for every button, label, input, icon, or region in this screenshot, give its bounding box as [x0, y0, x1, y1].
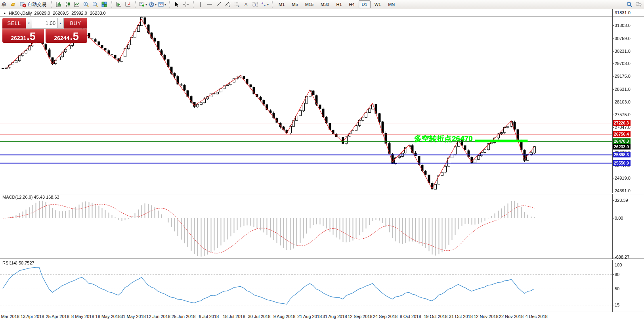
price-tick: 31831.0 — [615, 10, 631, 15]
rsi-tick: 15 — [615, 303, 619, 307]
chart-info-bar: ▲ HK50-,Daily 26029.0 26269.5 25992.0 26… — [3, 11, 106, 15]
templates-button[interactable]: ▾ — [158, 0, 166, 8]
timeframe-m15-button[interactable]: M15 — [302, 0, 317, 8]
fibonacci-button[interactable]: F — [233, 0, 241, 8]
timeframe-d1-button[interactable]: D1 — [359, 0, 371, 8]
close-value: 26233.0 — [90, 11, 106, 15]
chart-annotation-text[interactable]: 多空转折点26470 — [414, 134, 473, 144]
zoom-out-icon — [92, 1, 98, 8]
chat-icon — [635, 1, 642, 8]
time-axis-label: 31 Aug 2018 — [323, 314, 347, 319]
horizontal-line-button[interactable] — [206, 0, 214, 8]
time-axis-label: 18 Jul 2018 — [223, 314, 245, 319]
template-icon — [158, 1, 164, 8]
search-button[interactable] — [625, 0, 633, 8]
time-axis-label: 24 Sep 2018 — [373, 314, 397, 319]
price-tick: 28103.0 — [615, 100, 631, 104]
equidistant-channel-icon: E — [225, 1, 231, 8]
sell-price-box[interactable]: 26231 .5 — [2, 29, 44, 43]
sell-button-label: SELL — [8, 20, 21, 26]
time-axis-label: 12 Jun 2018 — [146, 314, 170, 319]
rsi-window-separator[interactable] — [0, 259, 644, 260]
sell-button[interactable]: SELL — [2, 18, 26, 29]
timeframe-h1-button[interactable]: H1 — [333, 0, 345, 8]
price-tick: 30231.0 — [615, 49, 631, 54]
text-label-button[interactable]: T — [251, 0, 259, 8]
chart-shift-button[interactable] — [124, 0, 132, 8]
dropdown-arrow-icon: ▾ — [164, 3, 166, 6]
gold-icon[interactable] — [9, 0, 17, 8]
price-level-badge: 25898.3 — [613, 152, 631, 157]
bar-chart-button[interactable] — [55, 0, 63, 8]
buy-price-main: 26244 — [54, 34, 69, 42]
toolbar-grip — [168, 1, 171, 8]
tile-windows-icon — [101, 1, 107, 8]
add-indicator-icon — [139, 1, 145, 8]
macd-tick: -698.27 — [615, 255, 629, 259]
price-tick: 24391.0 — [615, 188, 631, 193]
timeframe-w1-button[interactable]: W1 — [371, 0, 384, 8]
zoom-in-button[interactable] — [82, 0, 90, 8]
line-chart-button[interactable] — [73, 0, 81, 8]
buy-button-label: BUY — [70, 20, 81, 26]
indicators-button[interactable]: ▾ — [139, 0, 147, 8]
price-chart-canvas[interactable] — [0, 9, 612, 193]
trendline-button[interactable] — [215, 0, 223, 8]
timeframe-m5-button[interactable]: M5 — [289, 0, 301, 8]
time-axis-label: 9 Aug 2018 — [273, 314, 296, 319]
timeframe-mn-button[interactable]: MN — [385, 0, 398, 8]
zoom-out-button[interactable] — [91, 0, 99, 8]
auto-scroll-button[interactable] — [115, 0, 123, 8]
toolbar-grip — [110, 1, 113, 8]
equidistant-channel-button[interactable]: E — [224, 0, 232, 8]
candlestick-chart-button[interactable] — [64, 0, 72, 8]
dropdown-arrow-icon: ▾ — [145, 3, 147, 6]
timeframe-h4-button[interactable]: H4 — [346, 0, 358, 8]
vertical-line-button[interactable] — [197, 0, 204, 8]
volume-input[interactable] — [32, 18, 57, 28]
price-level-badge: 25550.9 — [613, 160, 631, 166]
timeframe-m30-button[interactable]: M30 — [317, 0, 332, 8]
text-button[interactable]: A — [242, 0, 250, 8]
buy-button[interactable]: BUY — [64, 18, 87, 29]
timeframe-m1-button[interactable]: M1 — [275, 0, 288, 8]
tile-windows-button[interactable] — [100, 0, 108, 8]
cursor-button[interactable] — [173, 0, 181, 8]
arrows-button[interactable]: ▾ — [260, 0, 269, 8]
macd-canvas[interactable] — [0, 194, 612, 259]
auto-trading-icon — [20, 1, 26, 8]
macd-label: MACD(12,26,9) 45.43 168.63 — [2, 195, 59, 199]
price-level-badge: 26470.3 — [613, 138, 631, 144]
volume-increase-button[interactable]: ▲ — [57, 18, 64, 29]
toolbar-grip — [134, 1, 137, 8]
time-axis-label: 8 May 2018 — [71, 314, 94, 319]
one-click-trade-panel: SELL ▼ ▲ BUY 26231 .5 26244 .5 — [2, 18, 87, 43]
chat-button[interactable] — [634, 0, 642, 8]
new-order-button[interactable]: 单 — [0, 0, 8, 8]
time-axis-label: 12 Sep 2018 — [348, 314, 372, 319]
price-tick: 29175.0 — [615, 74, 631, 79]
time-axis-label: 31 May 2018 — [120, 314, 146, 319]
auto-trading-button[interactable]: 自动交易 — [18, 0, 48, 8]
toolbar: 单 自动交易 — [0, 0, 644, 9]
buy-price-fraction: .5 — [70, 31, 79, 42]
fibonacci-icon: F — [234, 1, 240, 8]
dropdown-arrow-icon: ▾ — [267, 3, 269, 6]
new-order-label: 单 — [2, 1, 6, 8]
rsi-tick: 100 — [615, 263, 622, 267]
buy-price-box[interactable]: 26244 .5 — [46, 29, 87, 43]
text-label-icon: T — [252, 1, 258, 8]
text-icon: A — [243, 1, 249, 8]
macd-tick: 0.00 — [615, 216, 623, 220]
time-axis-label: 31 Oct 2018 — [449, 314, 473, 319]
periods-button[interactable]: ▾ — [148, 0, 157, 8]
volume-field-wrap — [32, 18, 57, 29]
rsi-canvas[interactable] — [0, 260, 612, 312]
volume-decrease-button[interactable]: ▼ — [26, 18, 32, 29]
time-axis-label: 12 Nov 2018 — [474, 314, 498, 319]
collapse-trade-panel-toggle[interactable]: ▲ — [3, 12, 6, 15]
rsi-tick: 80 — [615, 272, 619, 277]
crosshair-button[interactable] — [182, 0, 190, 8]
price-level-badge: 27226.3 — [613, 120, 631, 126]
macd-window-separator[interactable] — [0, 193, 644, 194]
